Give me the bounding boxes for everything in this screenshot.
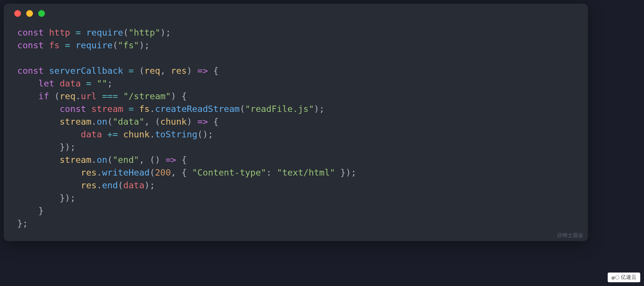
code-token: createReadStream: [155, 104, 240, 114]
maximize-icon[interactable]: [38, 10, 45, 17]
code-token: [102, 129, 107, 140]
code-token: "": [97, 78, 107, 89]
watermark-text: @稀土掘金: [557, 232, 583, 239]
code-token: =: [128, 66, 134, 76]
code-token: 200: [155, 167, 171, 178]
code-token: });: [335, 167, 356, 178]
code-token: });: [17, 193, 76, 203]
code-token: (: [240, 104, 245, 114]
code-token: [17, 116, 60, 127]
code-token: , (: [145, 116, 160, 127]
code-token: , (): [139, 155, 165, 165]
code-token: [17, 104, 60, 114]
code-token: {: [176, 155, 186, 165]
code-token: "/stream": [123, 91, 171, 101]
window-titlebar: [4, 4, 588, 23]
code-token: .: [91, 116, 97, 127]
code-token: [118, 129, 123, 140]
code-token: );: [160, 27, 171, 38]
code-token: [17, 129, 81, 140]
code-token: .: [97, 180, 102, 191]
code-token: );: [145, 180, 155, 191]
code-token: ===: [102, 91, 118, 101]
code-token: [60, 40, 65, 51]
code-token: on: [97, 155, 107, 165]
code-token: data: [123, 180, 145, 191]
code-token: );: [314, 104, 324, 114]
code-token: (: [113, 40, 118, 51]
code-token: [70, 40, 76, 51]
code-token: serverCallback: [49, 66, 123, 76]
code-token: =>: [197, 66, 208, 76]
brand-badge-icon: ෙ: [611, 274, 619, 281]
code-token: .: [150, 104, 155, 114]
code-token: .: [150, 129, 155, 140]
code-token: req: [60, 91, 75, 101]
code-token: (: [118, 180, 123, 191]
code-token: =>: [197, 116, 208, 127]
code-content: const http = require("http"); const fs =…: [4, 23, 588, 241]
code-token: (: [107, 116, 113, 127]
code-token: (: [123, 27, 128, 38]
code-token: const: [17, 40, 49, 51]
code-token: [97, 91, 102, 101]
code-token: (: [150, 167, 155, 178]
code-token: +=: [107, 129, 118, 140]
code-token: [17, 180, 81, 191]
code-token: stream: [91, 104, 123, 114]
code-token: end: [102, 180, 118, 191]
code-window: const http = require("http"); const fs =…: [4, 4, 588, 241]
code-token: [134, 104, 139, 114]
code-token: ): [187, 116, 197, 127]
code-token: chunk: [123, 129, 150, 140]
code-token: const: [17, 27, 49, 38]
code-token: [123, 66, 128, 76]
close-icon[interactable]: [14, 10, 21, 17]
code-token: ) {: [171, 91, 186, 101]
code-token: =: [76, 27, 81, 38]
code-token: [17, 167, 81, 178]
code-token: [70, 27, 75, 38]
code-token: stream: [60, 116, 91, 127]
code-token: =: [86, 78, 91, 89]
code-token: "http": [128, 27, 160, 38]
code-token: =: [128, 104, 134, 114]
code-token: "readFile.js": [245, 104, 314, 114]
code-token: res: [81, 167, 97, 178]
code-token: [91, 78, 97, 89]
code-token: fs: [139, 104, 149, 114]
code-token: fs: [49, 40, 60, 51]
brand-badge: ෙ 亿速云: [608, 273, 640, 282]
code-token: [17, 155, 60, 165]
code-token: .: [76, 91, 81, 101]
code-token: toString: [155, 129, 197, 140]
code-token: (: [134, 66, 144, 76]
code-token: [81, 78, 86, 89]
code-token: ): [187, 66, 197, 76]
code-token: });: [17, 142, 76, 152]
minimize-icon[interactable]: [26, 10, 33, 17]
code-token: [123, 104, 128, 114]
code-token: "fs": [118, 40, 139, 51]
code-token: (: [49, 91, 60, 101]
code-token: require: [86, 27, 123, 38]
code-token: .: [97, 167, 102, 178]
code-token: require: [76, 40, 113, 51]
code-token: "data": [113, 116, 145, 127]
code-token: const: [60, 104, 91, 114]
code-token: req: [145, 66, 160, 76]
code-token: "text/html": [277, 167, 335, 178]
code-token: if: [39, 91, 49, 101]
code-token: }: [17, 206, 44, 216]
code-token: chunk: [160, 116, 187, 127]
code-token: res: [171, 66, 186, 76]
code-token: (: [107, 155, 113, 165]
code-token: {: [208, 116, 218, 127]
code-token: url: [81, 91, 97, 101]
code-token: .: [91, 155, 97, 165]
code-token: on: [97, 116, 107, 127]
code-token: [17, 78, 39, 89]
code-token: [17, 91, 39, 101]
code-token: data: [81, 129, 102, 140]
brand-badge-text: 亿速云: [621, 274, 637, 281]
